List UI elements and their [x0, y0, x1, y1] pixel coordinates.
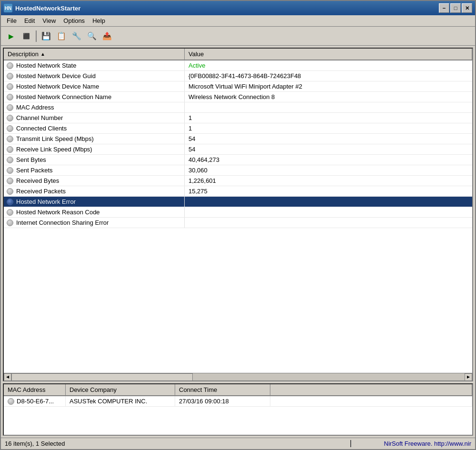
row-status-icon: [7, 146, 13, 153]
cell-description: Channel Number: [4, 113, 185, 123]
table-row[interactable]: Hosted Network State Active: [4, 60, 472, 71]
table-row[interactable]: Internet Connection Sharing Error: [4, 218, 472, 228]
table-row[interactable]: Hosted Network Device Guid {0FB00882-3F4…: [4, 71, 472, 81]
upper-table-body: Hosted Network State Active Hosted Netwo…: [4, 60, 472, 373]
table-row[interactable]: Hosted Network Reason Code: [4, 207, 472, 218]
lower-header-time[interactable]: Connect Time: [175, 384, 270, 395]
menu-options[interactable]: Options: [60, 16, 89, 25]
lower-table-row[interactable]: D8-50-E6-7... ASUSTek COMPUTER INC. 27/0…: [4, 396, 472, 407]
header-description[interactable]: Description ▲: [4, 49, 185, 60]
table-row[interactable]: Received Packets 15,275: [4, 186, 472, 197]
table-row[interactable]: Sent Bytes 40,464,273: [4, 155, 472, 165]
cell-description: Hosted Network Device Name: [4, 81, 185, 91]
row-description-text: Hosted Network Device Name: [16, 83, 99, 90]
cell-value: Microsoft Virtual WiFi Miniport Adapter …: [185, 81, 472, 91]
table-row[interactable]: Hosted Network Device Name Microsoft Vir…: [4, 81, 472, 92]
toolbar-separator-1: [36, 30, 37, 42]
close-button[interactable]: ✕: [462, 3, 472, 13]
lower-mac-text: D8-50-E6-7...: [17, 398, 54, 405]
cell-description: Sent Packets: [4, 165, 185, 175]
scroll-thumb[interactable]: [11, 373, 193, 381]
cell-description: Connected Clients: [4, 123, 185, 133]
copy-button[interactable]: 📋: [54, 30, 69, 43]
table-row[interactable]: MAC Address: [4, 102, 472, 113]
status-nirsoft-link[interactable]: NirSoft Freeware. http://www.nir: [384, 440, 472, 447]
table-row[interactable]: Connected Clients 1: [4, 123, 472, 134]
upper-table-container: Description ▲ Value Hosted Network State…: [3, 48, 473, 381]
row-description-text: Internet Connection Sharing Error: [16, 219, 109, 226]
cell-value: 1,226,601: [185, 176, 472, 186]
lower-header-extra[interactable]: [270, 384, 472, 395]
table-row[interactable]: Hosted Network Error: [4, 197, 472, 207]
maximize-button[interactable]: □: [450, 3, 461, 13]
row-status-icon: [7, 94, 13, 100]
cell-value: Active: [185, 60, 472, 70]
menu-file[interactable]: File: [3, 16, 20, 25]
row-status-icon: [7, 199, 13, 205]
lower-header-company[interactable]: Device Company: [66, 384, 175, 395]
lower-header-mac[interactable]: MAC Address: [4, 384, 66, 395]
toolbar: ▶ ⬛ 💾 📋 🔧 🔍 📤: [1, 27, 475, 46]
row-status-icon: [7, 73, 13, 80]
lower-table-header: MAC Address Device Company Connect Time: [4, 384, 472, 396]
cell-description: Received Bytes: [4, 176, 185, 186]
row-description-text: MAC Address: [16, 104, 54, 111]
cell-value: 30,060: [185, 165, 472, 175]
row-status-icon: [7, 125, 13, 132]
row-status-icon: [7, 220, 13, 226]
row-description-text: Channel Number: [16, 114, 63, 121]
header-desc-label: Description: [8, 50, 39, 58]
cell-description: Sent Bytes: [4, 155, 185, 165]
table-row[interactable]: Received Bytes 1,226,601: [4, 176, 472, 186]
stop-button[interactable]: ⬛: [19, 30, 33, 43]
cell-description: MAC Address: [4, 102, 185, 112]
table-row[interactable]: Transmit Link Speed (Mbps) 54: [4, 134, 472, 144]
scroll-right-button[interactable]: ▶: [465, 373, 472, 381]
table-row[interactable]: Receive Link Speed (Mbps) 54: [4, 144, 472, 155]
status-right: NirSoft Freeware. http://www.nir: [351, 440, 475, 447]
scroll-left-button[interactable]: ◀: [4, 373, 11, 381]
table-row[interactable]: Hosted Network Connection Name Wireless …: [4, 92, 472, 102]
row-description-text: Hosted Network Device Guid: [16, 72, 96, 80]
sort-arrow-icon: ▲: [40, 51, 45, 57]
table-row[interactable]: Sent Packets 30,060: [4, 165, 472, 176]
cell-description: Hosted Network Connection Name: [4, 92, 185, 102]
scroll-track[interactable]: [11, 373, 465, 381]
row-status-icon: [7, 178, 13, 184]
row-description-text: Receive Link Speed (Mbps): [16, 146, 92, 153]
menu-help[interactable]: Help: [89, 16, 109, 25]
header-value[interactable]: Value: [185, 49, 472, 60]
row-description-text: Received Packets: [16, 188, 66, 195]
menu-view[interactable]: View: [39, 16, 60, 25]
export-button[interactable]: 📤: [100, 30, 114, 43]
menu-edit[interactable]: Edit: [20, 16, 39, 25]
table-row[interactable]: Channel Number 1: [4, 113, 472, 123]
copy-icon: 📋: [57, 31, 66, 40]
cell-description: Transmit Link Speed (Mbps): [4, 134, 185, 144]
cell-description: Hosted Network Error: [4, 197, 185, 207]
cell-value: [185, 207, 472, 217]
stop-icon: ⬛: [23, 33, 30, 40]
cell-description: Hosted Network Reason Code: [4, 207, 185, 217]
row-description-text: Sent Bytes: [16, 156, 46, 163]
save-button[interactable]: 💾: [39, 30, 53, 43]
row-status-icon: [7, 62, 13, 69]
properties-button[interactable]: 🔧: [69, 30, 84, 43]
cell-description: Internet Connection Sharing Error: [4, 218, 185, 228]
cell-value: 1: [185, 123, 472, 133]
horizontal-scrollbar[interactable]: ◀ ▶: [4, 373, 472, 380]
cell-value: [185, 218, 472, 228]
find-button[interactable]: 🔍: [85, 30, 99, 43]
row-description-text: Transmit Link Speed (Mbps): [16, 135, 94, 142]
status-left: 16 item(s), 1 Selected: [1, 440, 351, 447]
window-title: HostedNetworkStarter: [15, 5, 439, 12]
app-icon: HN: [4, 4, 12, 12]
cell-value: Wireless Network Connection 8: [185, 92, 472, 102]
row-description-text: Hosted Network Reason Code: [16, 209, 100, 216]
play-icon: ▶: [9, 32, 14, 40]
upper-table-header: Description ▲ Value: [4, 49, 472, 60]
row-status-icon: [7, 188, 13, 195]
row-description-text: Hosted Network State: [16, 62, 76, 69]
play-button[interactable]: ▶: [4, 30, 18, 43]
minimize-button[interactable]: −: [439, 3, 449, 13]
